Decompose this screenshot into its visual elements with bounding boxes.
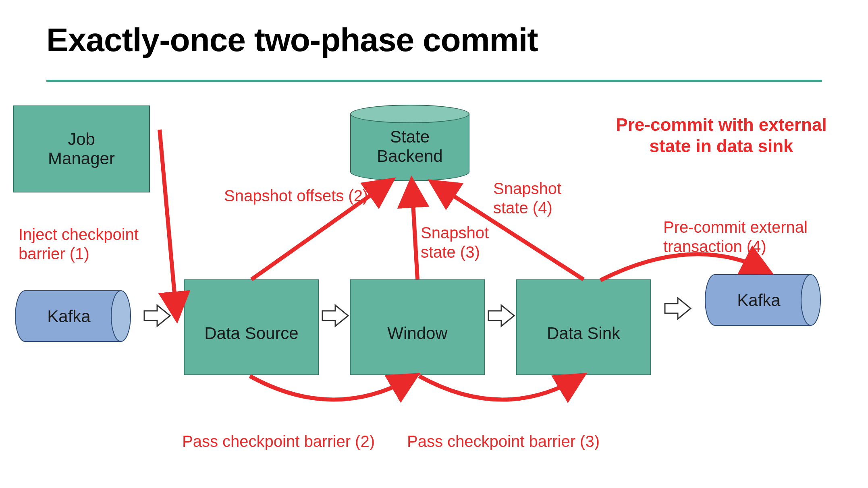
annotation-pass-barrier-3: Pass checkpoint barrier (3) <box>407 432 600 451</box>
node-data-sink-label: Data Sink <box>547 324 620 343</box>
node-state-backend: State Backend <box>350 105 469 181</box>
title-underline <box>46 80 822 82</box>
arrow-snapshot-state-3 <box>412 184 417 279</box>
arrow-window-to-sink-icon <box>488 305 514 326</box>
node-data-sink: Data Sink <box>516 279 651 375</box>
node-data-source-label: Data Source <box>204 324 298 343</box>
annotation-snapshot-state-3: Snapshot state (3) <box>421 223 489 262</box>
annotation-snapshot-state-4: Snapshot state (4) <box>493 179 561 217</box>
arrow-pass-barrier-3 <box>419 376 580 400</box>
node-job-manager-label: Job Manager <box>48 130 115 169</box>
arrow-source-to-window-icon <box>322 305 348 326</box>
arrow-inject-barrier <box>160 130 177 316</box>
node-state-backend-label: State Backend <box>350 127 469 166</box>
arrow-sink-to-kafka-icon <box>665 298 691 319</box>
annotation-pass-barrier-2: Pass checkpoint barrier (2) <box>182 432 375 451</box>
node-kafka-right-label: Kafka <box>712 291 805 310</box>
annotation-heading: Pre-commit with external state in data s… <box>599 114 844 157</box>
node-kafka-right: Kafka <box>704 274 821 326</box>
node-window: Window <box>350 279 485 375</box>
node-data-source: Data Source <box>184 279 319 375</box>
annotation-snapshot-offsets: Snapshot offsets (2) <box>224 186 368 205</box>
node-kafka-left-label: Kafka <box>23 307 115 326</box>
slide-title: Exactly-once two-phase commit <box>46 21 538 59</box>
arrow-kafka-to-source-icon <box>144 305 170 326</box>
annotation-precommit-external: Pre-commit external transaction (4) <box>663 217 808 256</box>
node-job-manager: Job Manager <box>13 105 150 192</box>
node-kafka-left: Kafka <box>15 290 131 342</box>
node-window-label: Window <box>387 324 447 343</box>
arrow-pass-barrier-2 <box>250 376 413 400</box>
annotation-inject-barrier: Inject checkpoint barrier (1) <box>19 225 139 263</box>
